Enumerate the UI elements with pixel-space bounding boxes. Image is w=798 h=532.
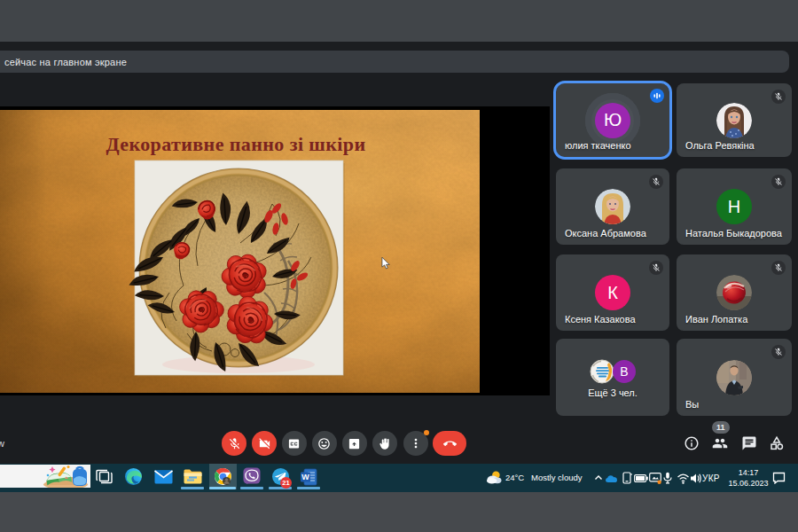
- taskbar-weather[interactable]: 24°C Mostly cloudy: [486, 464, 599, 492]
- group-avatars: В: [590, 359, 636, 384]
- device-icon[interactable]: [620, 464, 634, 492]
- participant-name: Ещё 3 чел.: [556, 387, 669, 398]
- presenting-banner: сейчас на главном экране: [0, 51, 789, 73]
- running-indicator: [209, 487, 236, 489]
- photo-avatar: [716, 275, 752, 310]
- participant-name: Наталья Быкадорова: [685, 228, 782, 239]
- letter-avatar-overlap: В: [613, 360, 636, 383]
- windows-taskbar: 21W 24°C Mostly cloudy УКР 14:17 15.06.2…: [0, 464, 798, 492]
- activities-button[interactable]: [767, 434, 786, 453]
- clock-date: 15.06.2023: [724, 478, 772, 489]
- meeting-info-button[interactable]: [682, 434, 701, 453]
- participant-name: юлия ткаченко: [565, 140, 631, 151]
- unread-badge: 21: [280, 477, 292, 489]
- onedrive-icon[interactable]: [604, 464, 618, 492]
- letter-avatar: К: [595, 275, 630, 310]
- mouse-cursor: [381, 257, 391, 270]
- people-count-badge: 11: [712, 421, 730, 434]
- weather-icon: [486, 470, 503, 485]
- taskbar-app-task-view[interactable]: [90, 464, 118, 489]
- taskbar-clock[interactable]: 14:17 15.06.2023: [724, 464, 772, 492]
- people-button[interactable]: [710, 434, 730, 453]
- clock-time: 14:17: [724, 467, 772, 478]
- presenting-banner-text: сейчас на главном экране: [0, 57, 127, 67]
- battery-icon[interactable]: [634, 464, 648, 492]
- taskbar-app-file-explorer[interactable]: [178, 464, 207, 489]
- weather-condition: Mostly cloudy: [531, 473, 583, 482]
- slide-title-svg: Декоративне панно зі шкіри: [106, 133, 365, 155]
- bottom-strip: [0, 492, 798, 532]
- search-highlight-illustration: [0, 465, 90, 488]
- avatar: В: [556, 339, 669, 416]
- network-icon[interactable]: [676, 464, 690, 492]
- running-indicator: [240, 487, 263, 489]
- participant-tile-2[interactable]: Ольга Ревякіна: [677, 83, 792, 157]
- taskbar-app-word[interactable]: W: [294, 464, 323, 489]
- participant-name: Иван Лопатка: [685, 314, 747, 325]
- mic-muted-icon: [649, 261, 663, 275]
- photo-avatar: [716, 103, 752, 138]
- meet-window: сейчас на главном экране: [0, 0, 798, 464]
- presentation-slide: Декоративне панно зі шкіри: [0, 110, 480, 393]
- action-center-icon[interactable]: [771, 464, 786, 492]
- speaking-indicator-icon: [650, 89, 664, 103]
- search-box[interactable]: [0, 465, 90, 488]
- participant-tile-7[interactable]: ВЕщё 3 чел.: [556, 339, 669, 416]
- mic-muted-icon: [771, 261, 786, 275]
- mic-muted-icon: [649, 175, 663, 189]
- taskbar-app-mail[interactable]: [149, 464, 177, 489]
- photo-avatar: [595, 189, 630, 224]
- participant-tile-6[interactable]: Иван Лопатка: [677, 254, 792, 331]
- window-top-band: [0, 0, 798, 42]
- mic-muted-icon: [771, 90, 786, 104]
- svg-text:W: W: [301, 473, 309, 481]
- participant-name: Ольга Ревякіна: [685, 140, 755, 151]
- language-indicator[interactable]: УКР: [702, 464, 722, 492]
- participant-name: Ксеня Казакова: [565, 314, 636, 325]
- participant-name: Оксана Абрамова: [565, 228, 646, 239]
- participant-tile-3[interactable]: Оксана Абрамова: [556, 168, 669, 245]
- volume-icon[interactable]: [689, 464, 703, 492]
- participant-name: Вы: [685, 399, 699, 410]
- screen: сейчас на главном экране: [0, 0, 798, 532]
- participant-tile-4[interactable]: ННаталья Быкадорова: [677, 168, 792, 245]
- photo-avatar: [716, 360, 752, 395]
- participant-tile-8[interactable]: Вы: [677, 339, 792, 416]
- taskbar-app-edge[interactable]: [119, 464, 147, 489]
- microphone-icon[interactable]: [661, 464, 675, 492]
- letter-avatar: Н: [716, 189, 752, 224]
- running-indicator: [297, 487, 320, 489]
- weather-temp: 24°C: [505, 473, 524, 482]
- mic-muted-icon: [771, 175, 786, 189]
- mic-muted-icon: [771, 345, 786, 359]
- panel-icons: [0, 431, 798, 456]
- letter-avatar: Ю: [595, 103, 630, 138]
- participant-tile-1[interactable]: Ююлия ткаченко: [556, 83, 669, 157]
- participant-tile-5[interactable]: ККсеня Казакова: [556, 254, 669, 331]
- chat-button[interactable]: [739, 434, 759, 453]
- taskbar-app-viber[interactable]: [238, 464, 266, 489]
- running-indicator: [181, 487, 204, 489]
- taskbar-app-chrome[interactable]: [208, 464, 237, 489]
